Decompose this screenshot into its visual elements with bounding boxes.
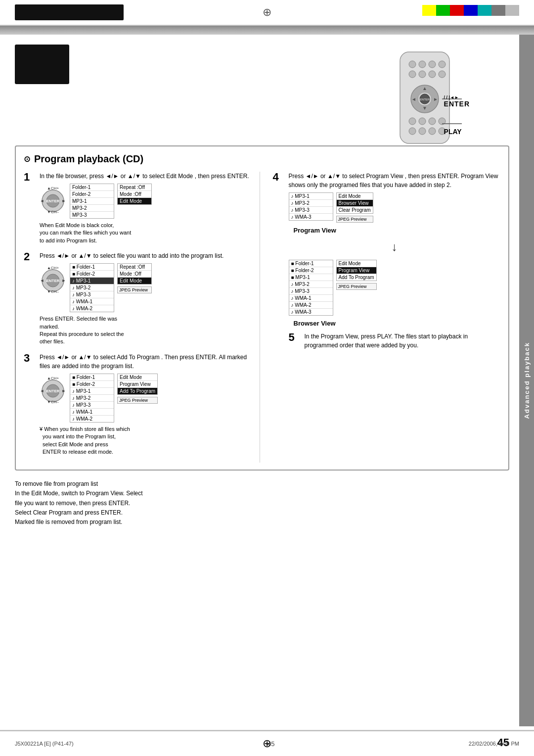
step-2-menu-editmode: Edit Mode [118,278,151,284]
remove-file-title: To remove file from program list [15,480,98,487]
step-4-text: Press ◄/► or ▲/▼ to select Program View … [289,172,501,189]
step-1-file-item: MP3-3 [70,212,114,218]
color-block-lightgray [505,5,519,16]
bv-menu-editmode: Edit Mode [337,260,376,267]
header-crosshair-icon: ⊕ [263,6,271,19]
step-4-pv-row-top: ♪ MP3-1 ♪ MP3-2 ♪ MP3-3 ♪ WMA-3 Edit Mod… [289,192,501,223]
step-4-pv-menu: Edit Mode Browser View Clear Program [336,192,373,214]
step-1-mockup: ▲CH+ ENTER ◄ ► ▼CH– Folder-1 [40,184,252,219]
bv-menu-addtoprog: Add To Program [337,274,376,281]
step-2-content: Press ◄/► or ▲/▼ to select file you want… [40,251,252,346]
step-2-menu-mode: Mode :Off [118,271,151,278]
bv-list-item: ■ Folder-1 [289,260,333,267]
header-color-blocks [422,5,519,16]
color-block-green [436,5,450,16]
step-2-number: 2 [24,251,36,346]
svg-text:◄: ◄ [411,96,416,102]
page-section-title: ⊙ Program playback (CD) [24,153,500,165]
step-3-mockup: ▲CH+ ENTER ◄ ► ▼CH– ■ Folder-1 ■ Folder- [40,374,252,423]
bv-list-item: ♪ MP3-3 [289,288,333,295]
step-2-menu: Repeat :Off Mode :Off Edit Mode [117,263,152,284]
pv-menu-clearprogram: Clear Program [337,207,373,213]
cd-icon: ⊙ [24,154,30,164]
remote-enter-label: / / |◄► ENTER [444,94,470,108]
bv-list-item: ■ MP3-1 [289,274,333,281]
svg-point-22 [419,128,426,135]
step-4-bv-list: ■ Folder-1 ■ Folder-2 ■ MP3-1 ♪ MP3-2 ♪ … [289,260,333,316]
step-3-file-item: ♪ MP3-1 [70,388,114,395]
svg-text:▼CH–: ▼CH– [47,289,59,294]
step-4-jpeg-label: JPEG Preview [336,216,373,223]
svg-point-23 [429,128,436,135]
sidebar-label: Advanced playback [523,342,531,419]
step-4-number: 4 [273,172,285,360]
step-4-content: Press ◄/► or ▲/▼ to select Program View … [289,172,501,360]
step-1: 1 In the file browser, press ◄/► or ▲/▼ … [24,172,252,244]
step-5-number: 5 [289,332,301,353]
svg-text:▲: ▲ [422,86,427,91]
svg-text:►: ► [62,278,66,283]
step-3-jpeg-label: JPEG Preview [117,397,158,404]
step-3-menu-addtoprog: Add To Program [118,388,157,394]
step-2-file-item: ♪ WMA-2 [70,305,114,312]
step-1-number: 1 [24,172,36,244]
sidebar-bar: Advanced playback [519,35,534,726]
step-3-file-item: ♪ WMA-2 [70,416,114,422]
step-3-menu-area: Edit Mode Program View Add To Program JP… [117,374,158,404]
step-3-menu-editmode: Edit Mode [118,374,157,381]
step-2-file-item: ■ Folder-1 [70,264,114,271]
sub-header-bar [0,26,534,35]
step-2-note: Press ENTER. Selected file was marked. R… [40,315,252,346]
step-3-file-item: ♪ MP3-2 [70,395,114,402]
bv-list-item: ♪ WMA-3 [289,309,333,315]
step-1-menu: Repeat :Off Mode :Off Edit Mode [117,184,152,205]
svg-text:▼CH–: ▼CH– [47,210,59,214]
color-block-gray [491,5,505,16]
down-arrow-icon: ↓ [289,240,501,254]
main-content: ▲ ▼ ◄ ► ENTER [0,35,534,537]
step-1-note: When Edit Mode is black color, you can m… [40,222,252,244]
step-5: 5 In the Program View, press PLAY. The f… [289,332,501,353]
step-3-dial: ▲CH+ ENTER ◄ ► ▼CH– [40,374,67,406]
pv-menu-editmode: Edit Mode [337,193,373,200]
svg-text:►: ► [62,388,66,393]
step-4-browser-view-row: ■ Folder-1 ■ Folder-2 ■ MP3-1 ♪ MP3-2 ♪ … [289,260,501,316]
svg-text:ENTER: ENTER [420,98,430,101]
step-3-file-item: ■ Folder-1 [70,374,114,381]
step-1-menu-mode: Mode :Off [118,191,151,198]
svg-text:ENTER: ENTER [46,279,59,283]
step-3-file-list: ■ Folder-1 ■ Folder-2 ♪ MP3-1 ♪ MP3-2 ♪ … [70,374,114,423]
step-3-note: ¥ When you finish store all files which … [40,425,252,456]
step-2-menu-repeat: Repeat :Off [118,264,151,271]
color-block-cyan [478,5,491,16]
step-1-menu-repeat: Repeat :Off [118,184,151,191]
top-logo-rect [15,45,69,84]
step-3-menu: Edit Mode Program View Add To Program [117,374,158,395]
remote-area: ▲ ▼ ◄ ► ENTER [380,49,470,136]
step-5-text: In the Program View, press PLAY. The fil… [305,332,501,350]
remote-labels: / / |◄► ENTER PLAY [444,94,470,136]
svg-point-3 [429,61,436,68]
step-3-menu-progview: Program View [118,381,157,388]
remove-file-note: To remove file from program list In the … [15,479,509,527]
program-view-label: Program View [294,227,501,234]
svg-text:◄: ◄ [40,278,44,283]
header: ⊕ [0,0,534,26]
step-3-content: Press ◄/► or ▲/▼ to select Add To Progra… [40,353,252,456]
step-4-pv-list: ♪ MP3-1 ♪ MP3-2 ♪ MP3-3 ♪ WMA-3 [289,192,333,221]
step-2-file-item-selected: ♪ MP3-1 [70,278,114,284]
browser-view-label: Browser View [294,320,501,327]
step-2-file-item: ♪ MP3-2 [70,284,114,291]
step-2-screens: ■ Folder-1 ■ Folder-2 ♪ MP3-1 ♪ MP3-2 ♪ … [70,263,114,312]
step-4-bv-menu-area: Edit Mode Program View Add To Program JP… [336,260,377,290]
step-3-number: 3 [24,353,36,456]
svg-point-18 [419,118,426,125]
step-4-bv-menu: Edit Mode Program View Add To Program [336,260,377,281]
step-3-text: Press ◄/► or ▲/▼ to select Add To Progra… [40,353,252,371]
color-block-blue [464,5,478,16]
svg-text:◄: ◄ [40,388,44,393]
step-5-content: In the Program View, press PLAY. The fil… [305,332,501,353]
svg-point-2 [419,61,426,68]
step-2-file-item: ♪ WMA-1 [70,298,114,305]
step-1-file-item: Folder-2 [70,191,114,198]
